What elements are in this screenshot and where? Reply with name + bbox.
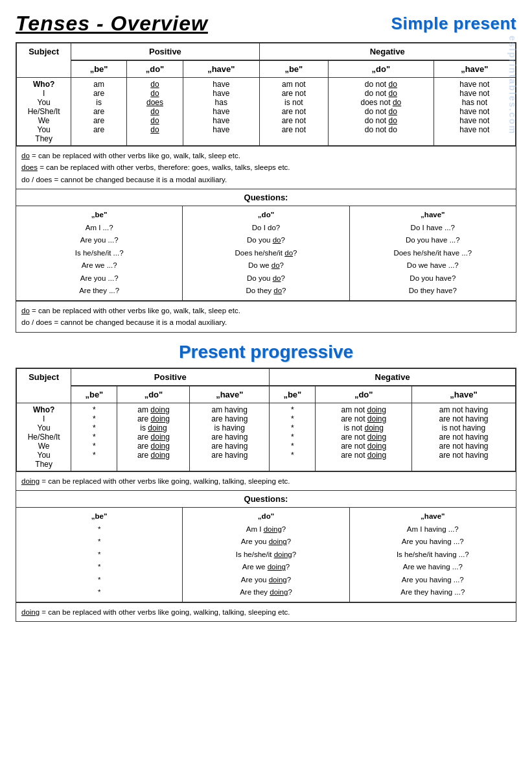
pp-q-have: „have" Am I having ...?Are you having ..… bbox=[350, 508, 516, 602]
sp-questions-title: Questions: bbox=[16, 189, 516, 206]
sp-be-pos: amareisareareare bbox=[71, 78, 127, 147]
pp-section-title: Present progressive bbox=[16, 342, 516, 362]
pp-table-row: Who?IYouHe/She/ItWeYouThey ****** am doi… bbox=[16, 403, 516, 471]
header-negative: Negative bbox=[259, 43, 516, 60]
sp-be-neg: am notare notis notare notare notare not bbox=[259, 78, 329, 147]
header-subject: Subject bbox=[16, 43, 71, 78]
pp-do-neg: am not doingare not doingis not doingare… bbox=[316, 403, 412, 471]
sp-do-neg: do not dodo not dodoes not dodo not dodo… bbox=[329, 78, 434, 147]
pp-subject-col: Who?IYouHe/She/ItWeYouThey bbox=[16, 403, 71, 471]
pp-questions-outer: Questions: „be" ****** „do" Am I doing?A… bbox=[16, 491, 516, 602]
pp-be-neg: ****** bbox=[270, 403, 316, 471]
pp-notes-2: doing = can be replaced with other verbs… bbox=[16, 602, 516, 622]
sp-pos-have-header: „have" bbox=[183, 60, 259, 78]
sp-notes-2: do = can be replaced with other verbs li… bbox=[16, 301, 516, 333]
pp-be-pos: ****** bbox=[71, 403, 117, 471]
present-progressive-section: Present progressive Subject Positive Neg… bbox=[16, 342, 516, 622]
pp-pos-do-header: „do" bbox=[117, 386, 190, 403]
sp-q-do: „do" Do I do?Do you do?Does he/she/it do… bbox=[183, 206, 349, 300]
title-simple: Simple present bbox=[391, 14, 516, 34]
pp-questions-title: Questions: bbox=[16, 491, 516, 508]
sp-subject-col: Who?IYouHe/She/ItWeYouThey bbox=[16, 78, 71, 147]
pp-pos-be-header: „be" bbox=[71, 386, 117, 403]
header-positive: Positive bbox=[71, 43, 259, 60]
pp-header-positive: Positive bbox=[71, 368, 270, 386]
simple-present-table: Subject Positive Negative „be" „do" „hav… bbox=[16, 42, 516, 147]
pp-pos-have-header: „have" bbox=[190, 386, 270, 403]
sp-questions-outer: Questions: „be" Am I ...?Are you ...?Is … bbox=[16, 189, 516, 301]
pp-q-do: „do" Am I doing?Are you doing?Is he/she/… bbox=[183, 508, 349, 602]
pp-header-subject: Subject bbox=[16, 368, 71, 403]
pp-q-be: „be" ****** bbox=[16, 508, 183, 602]
sp-notes-1: do = can be replaced with other verbs li… bbox=[16, 147, 516, 189]
sp-have-neg: have nothave nothas nothave nothave noth… bbox=[434, 78, 516, 147]
sp-have-pos: havehavehashavehavehave bbox=[183, 78, 259, 147]
title-tenses: Tenses - Overview bbox=[16, 12, 208, 36]
simple-present-section: Subject Positive Negative „be" „do" „hav… bbox=[16, 42, 516, 333]
pp-neg-do-header: „do" bbox=[316, 386, 412, 403]
pp-questions-cells: „be" ****** „do" Am I doing?Are you doin… bbox=[16, 508, 516, 602]
pp-have-neg: am not havingare not havingis not having… bbox=[411, 403, 516, 471]
sp-do-pos: dododoesdododo bbox=[126, 78, 183, 147]
sp-questions-cells: „be" Am I ...?Are you ...?Is he/she/it .… bbox=[16, 206, 516, 300]
table-row: Who?IYouHe/She/ItWeYouThey amareisareare… bbox=[16, 78, 516, 147]
sp-neg-do-header: „do" bbox=[329, 60, 434, 78]
sp-pos-be-header: „be" bbox=[71, 60, 127, 78]
pp-do-pos: am doingare doingis doingare doingare do… bbox=[117, 403, 190, 471]
pp-neg-be-header: „be" bbox=[270, 386, 316, 403]
sp-neg-have-header: „have" bbox=[434, 60, 516, 78]
pp-have-pos: am havingare havingis havingare havingar… bbox=[190, 403, 270, 471]
page-header: Tenses - Overview Simple present bbox=[16, 12, 516, 36]
pp-main-table: Subject Positive Negative „be" „do" „hav… bbox=[16, 368, 516, 472]
sp-q-have: „have" Do I have ...?Do you have ...?Doe… bbox=[350, 206, 516, 300]
sp-neg-be-header: „be" bbox=[259, 60, 329, 78]
sp-pos-do-header: „do" bbox=[126, 60, 183, 78]
pp-neg-have-header: „have" bbox=[411, 386, 516, 403]
sp-q-be: „be" Am I ...?Are you ...?Is he/she/it .… bbox=[16, 206, 183, 300]
pp-header-negative: Negative bbox=[270, 368, 516, 386]
pp-notes-1: doing = can be replaced with other verbs… bbox=[16, 472, 516, 491]
